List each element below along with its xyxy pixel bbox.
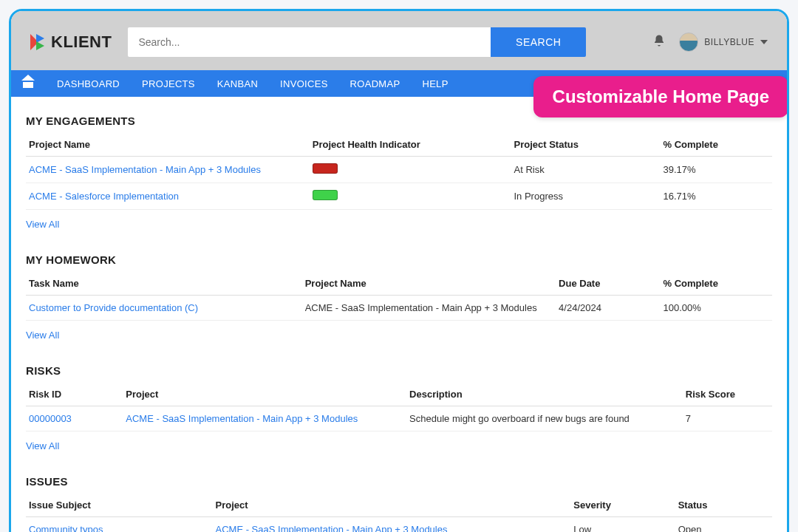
nav-invoices[interactable]: INVOICES: [276, 78, 332, 89]
table-row: 00000003 ACME - SaaS Implementation - Ma…: [26, 406, 772, 432]
due-cell: 4/24/2024: [556, 296, 660, 321]
brand-logo[interactable]: KLIENT: [30, 33, 112, 52]
table-row: Customer to Provide documentation (C) AC…: [26, 296, 772, 321]
task-link[interactable]: Customer to Provide documentation (C): [29, 302, 198, 313]
project-cell: ACME - SaaS Implementation - Main App + …: [302, 296, 556, 321]
col-project: Project: [123, 383, 406, 406]
pct-cell: 16.71%: [660, 183, 772, 210]
issue-link[interactable]: Community typos: [29, 524, 103, 532]
brand-name: KLIENT: [51, 33, 112, 52]
col-pct: % Complete: [660, 272, 772, 296]
section-issues: ISSUES Issue Subject Project Severity St…: [26, 475, 772, 532]
status-cell: In Progress: [511, 183, 660, 210]
nav-roadmap[interactable]: ROADMAP: [346, 78, 405, 89]
search-wrap: SEARCH: [128, 27, 586, 57]
risks-title: RISKS: [26, 364, 772, 377]
score-cell: 7: [683, 406, 772, 432]
header-bar: KLIENT SEARCH BILLYBLUE: [11, 11, 787, 70]
health-indicator-red-icon: [313, 163, 338, 174]
col-issue-subject: Issue Subject: [26, 494, 213, 517]
col-project-name: Project Name: [302, 272, 556, 296]
col-due-date: Due Date: [556, 272, 660, 296]
health-indicator-green-icon: [313, 190, 338, 200]
section-risks: RISKS Risk ID Project Description Risk S…: [26, 364, 772, 465]
severity-cell: Low: [570, 517, 675, 533]
status-cell: At Risk: [511, 157, 660, 183]
nav-projects[interactable]: PROJECTS: [137, 78, 200, 89]
issues-title: ISSUES: [26, 475, 772, 488]
user-name: BILLYBLUE: [704, 37, 754, 47]
search-button[interactable]: SEARCH: [491, 27, 586, 57]
avatar-icon: [679, 33, 698, 52]
project-link[interactable]: ACME - Salesforce Implementation: [29, 191, 179, 202]
view-all-engagements[interactable]: View All: [26, 219, 59, 230]
chevron-down-icon: [760, 40, 768, 44]
nav-dashboard[interactable]: DASHBOARD: [52, 78, 124, 89]
col-pct: % Complete: [660, 133, 772, 157]
col-description: Description: [406, 383, 683, 406]
nav-help[interactable]: HELP: [417, 78, 452, 89]
col-risk-score: Risk Score: [683, 383, 772, 406]
col-health: Project Health Indicator: [310, 133, 511, 157]
table-row: Community typos ACME - SaaS Implementati…: [26, 517, 772, 533]
col-task-name: Task Name: [26, 272, 302, 296]
col-risk-id: Risk ID: [26, 383, 123, 406]
homework-title: MY HOMEWORK: [26, 253, 772, 266]
col-severity: Severity: [570, 494, 675, 517]
section-engagements: MY ENGAGEMENTS Project Name Project Heal…: [26, 115, 772, 243]
col-status: Status: [675, 494, 772, 517]
pct-cell: 39.17%: [660, 157, 772, 183]
table-row: ACME - SaaS Implementation - Main App + …: [26, 157, 772, 183]
project-link[interactable]: ACME - SaaS Implementation - Main App + …: [29, 164, 261, 175]
col-project-name: Project Name: [26, 133, 310, 157]
table-row: ACME - Salesforce Implementation In Prog…: [26, 183, 772, 210]
risk-id-link[interactable]: 00000003: [29, 413, 72, 424]
section-homework: MY HOMEWORK Task Name Project Name Due D…: [26, 253, 772, 354]
status-cell: Open: [675, 517, 772, 533]
col-project: Project: [213, 494, 571, 517]
project-link[interactable]: ACME - SaaS Implementation - Main App + …: [216, 524, 448, 532]
bell-icon[interactable]: [652, 34, 666, 51]
search-input[interactable]: [128, 27, 491, 57]
nav-home[interactable]: [18, 78, 39, 90]
view-all-risks[interactable]: View All: [26, 440, 59, 451]
home-icon: [23, 78, 35, 88]
project-link[interactable]: ACME - SaaS Implementation - Main App + …: [126, 413, 358, 424]
user-menu[interactable]: BILLYBLUE: [679, 33, 768, 52]
pct-cell: 100.00%: [660, 296, 772, 321]
desc-cell: Schedule might go overboard if new bugs …: [406, 406, 683, 432]
brand-mark-icon: [30, 34, 47, 50]
view-all-homework[interactable]: View All: [26, 330, 59, 341]
nav-kanban[interactable]: KANBAN: [213, 78, 262, 89]
callout-badge: Customizable Home Page: [533, 76, 788, 117]
col-status: Project Status: [511, 133, 660, 157]
